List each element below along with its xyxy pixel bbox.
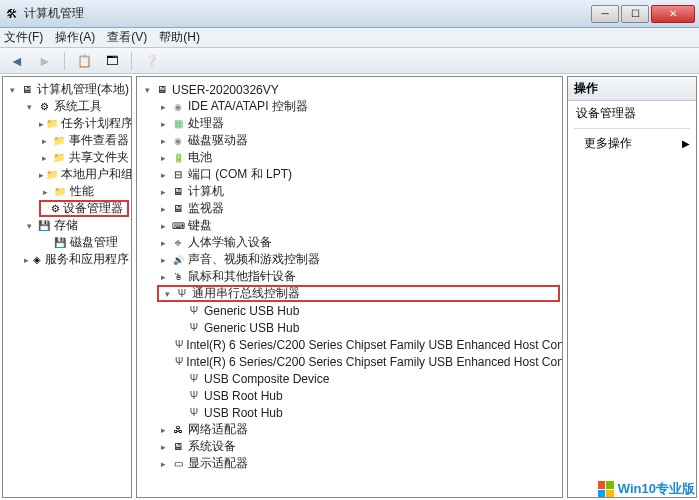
toolbar-divider xyxy=(131,52,132,70)
shared-icon xyxy=(53,151,66,165)
expand-icon[interactable]: ▸ xyxy=(157,441,169,453)
tree-disk-management[interactable]: 磁盘管理 xyxy=(39,234,129,251)
device-computer[interactable]: ▸计算机 xyxy=(157,183,560,200)
refresh-button[interactable]: 📋 xyxy=(73,51,95,71)
expand-icon[interactable]: ▸ xyxy=(39,186,51,198)
tools-icon xyxy=(37,100,51,114)
spacer xyxy=(173,407,185,419)
expand-icon[interactable]: ▸ xyxy=(157,271,169,283)
expand-icon[interactable]: ▸ xyxy=(39,169,44,181)
expand-icon[interactable]: ▾ xyxy=(23,220,35,232)
expand-icon[interactable]: ▸ xyxy=(157,169,169,181)
watermark-text: Win10专业版 xyxy=(618,480,695,498)
scope-tree: ▾ 计算机管理(本地) ▾ 系统工具 ▸任务计划程序 xyxy=(3,77,131,272)
event-icon xyxy=(53,134,66,148)
device-cpu[interactable]: ▸处理器 xyxy=(157,115,560,132)
tree-shared-folders[interactable]: ▸共享文件夹 xyxy=(39,149,129,166)
more-actions-label: 更多操作 xyxy=(584,135,632,152)
back-button[interactable]: ◄ xyxy=(6,51,28,71)
usb-generic-hub-2[interactable]: Generic USB Hub xyxy=(173,319,560,336)
expand-icon[interactable]: ▸ xyxy=(39,118,44,130)
device-display-adapters[interactable]: ▸显示适配器 xyxy=(157,455,560,472)
tree-storage[interactable]: ▾ 存储 xyxy=(23,217,129,234)
services-icon xyxy=(33,253,42,267)
tree-local-users[interactable]: ▸本地用户和组 xyxy=(39,166,129,183)
minimize-button[interactable]: ─ xyxy=(591,5,619,23)
device-hid[interactable]: ▸人体学输入设备 xyxy=(157,234,560,251)
tree-root-local-computer-management[interactable]: ▾ 计算机管理(本地) xyxy=(7,81,129,98)
expand-icon[interactable]: ▸ xyxy=(157,135,169,147)
expand-icon[interactable]: ▸ xyxy=(157,237,169,249)
device-tree-panel: ▾USER-20200326VY ▸IDE ATA/ATAPI 控制器 ▸处理器… xyxy=(136,76,563,498)
help-button[interactable]: ❔ xyxy=(140,51,162,71)
expand-icon[interactable]: ▸ xyxy=(157,186,169,198)
hid-icon xyxy=(171,236,185,250)
usb-icon xyxy=(175,355,183,369)
forward-button[interactable]: ► xyxy=(34,51,56,71)
device-sound[interactable]: ▸声音、视频和游戏控制器 xyxy=(157,251,560,268)
expand-icon[interactable]: ▸ xyxy=(157,220,169,232)
usb-icon xyxy=(187,372,201,386)
spacer xyxy=(43,203,49,215)
device-battery[interactable]: ▸电池 xyxy=(157,149,560,166)
expand-icon[interactable]: ▸ xyxy=(157,424,169,436)
device-network-adapters[interactable]: ▸网络适配器 xyxy=(157,421,560,438)
device-usb-controllers[interactable]: ▾通用串行总线控制器 xyxy=(157,285,560,302)
device-mouse[interactable]: ▸鼠标和其他指针设备 xyxy=(157,268,560,285)
expand-icon[interactable]: ▸ xyxy=(157,203,169,215)
tree-system-tools[interactable]: ▾ 系统工具 xyxy=(23,98,129,115)
menu-view[interactable]: 查看(V) xyxy=(107,29,147,46)
usb-icon xyxy=(187,406,201,420)
expand-icon[interactable]: ▸ xyxy=(157,254,169,266)
storage-icon xyxy=(37,219,51,233)
expand-icon[interactable]: ▸ xyxy=(157,458,169,470)
spacer xyxy=(39,237,51,249)
more-actions[interactable]: 更多操作 ▶ xyxy=(568,131,696,156)
expand-icon[interactable]: ▸ xyxy=(23,254,31,266)
tree-performance[interactable]: ▸性能 xyxy=(39,183,129,200)
menu-file[interactable]: 文件(F) xyxy=(4,29,43,46)
device-keyboard[interactable]: ▸键盘 xyxy=(157,217,560,234)
device-system-devices[interactable]: ▸系统设备 xyxy=(157,438,560,455)
tree-services-apps[interactable]: ▸服务和应用程序 xyxy=(23,251,129,268)
tree-task-scheduler[interactable]: ▸任务计划程序 xyxy=(39,115,129,132)
expand-icon[interactable]: ▾ xyxy=(23,101,35,113)
tree-device-manager[interactable]: 设备管理器 xyxy=(39,200,129,217)
expand-icon[interactable]: ▸ xyxy=(39,135,51,147)
windows-logo-icon xyxy=(598,481,614,497)
menu-action[interactable]: 操作(A) xyxy=(55,29,95,46)
expand-icon[interactable]: ▾ xyxy=(161,288,173,300)
scope-tree-panel: ▾ 计算机管理(本地) ▾ 系统工具 ▸任务计划程序 xyxy=(2,76,132,498)
device-disk-drives[interactable]: ▸磁盘驱动器 xyxy=(157,132,560,149)
maximize-button[interactable]: ☐ xyxy=(621,5,649,23)
window-title: 计算机管理 xyxy=(24,5,591,22)
usb-root-hub-1[interactable]: USB Root Hub xyxy=(173,387,560,404)
usb-ehci-1c2d[interactable]: Intel(R) 6 Series/C200 Series Chipset Fa… xyxy=(173,353,560,370)
spacer xyxy=(173,305,185,317)
toolbar: ◄ ► 📋 🗔 ❔ xyxy=(0,48,699,74)
expand-icon[interactable]: ▸ xyxy=(157,152,169,164)
usb-generic-hub-1[interactable]: Generic USB Hub xyxy=(173,302,560,319)
actions-context: 设备管理器 xyxy=(568,101,696,126)
menu-help[interactable]: 帮助(H) xyxy=(159,29,200,46)
properties-button[interactable]: 🗔 xyxy=(101,51,123,71)
tree-event-viewer[interactable]: ▸事件查看器 xyxy=(39,132,129,149)
disk-icon xyxy=(171,134,185,148)
device-ide[interactable]: ▸IDE ATA/ATAPI 控制器 xyxy=(157,98,560,115)
usb-ehci-1c26[interactable]: Intel(R) 6 Series/C200 Series Chipset Fa… xyxy=(173,336,560,353)
device-ports[interactable]: ▸端口 (COM 和 LPT) xyxy=(157,166,560,183)
spacer xyxy=(173,373,185,385)
device-monitor[interactable]: ▸监视器 xyxy=(157,200,560,217)
expand-icon[interactable]: ▾ xyxy=(7,84,19,96)
device-root[interactable]: ▾USER-20200326VY xyxy=(141,81,560,98)
usb-root-hub-2[interactable]: USB Root Hub xyxy=(173,404,560,421)
monitor-icon xyxy=(171,202,185,216)
sysdev-icon xyxy=(171,440,185,454)
close-button[interactable]: ✕ xyxy=(651,5,695,23)
expand-icon[interactable]: ▸ xyxy=(157,101,169,113)
expand-icon[interactable]: ▾ xyxy=(141,84,153,96)
usb-icon xyxy=(175,287,189,301)
expand-icon[interactable]: ▸ xyxy=(157,118,169,130)
expand-icon[interactable]: ▸ xyxy=(39,152,51,164)
usb-composite[interactable]: USB Composite Device xyxy=(173,370,560,387)
